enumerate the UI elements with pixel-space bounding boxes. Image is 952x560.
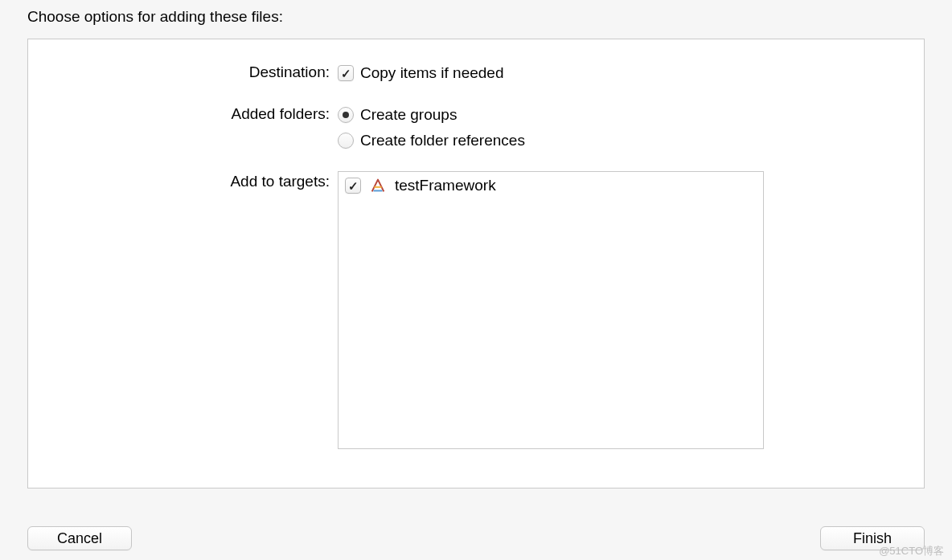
- app-icon: [369, 177, 387, 194]
- copy-items-label: Copy items if needed: [360, 64, 504, 82]
- added-folders-row: Added folders: Create groups Create fold…: [201, 104, 924, 155]
- dialog-button-row: Cancel Finish: [27, 526, 925, 550]
- dialog-heading: Choose options for adding these files:: [0, 0, 952, 34]
- added-folders-label: Added folders:: [201, 104, 338, 123]
- destination-row: Destination: Copy items if needed: [201, 62, 924, 88]
- create-folder-references-radio[interactable]: [338, 133, 354, 149]
- cancel-button[interactable]: Cancel: [27, 526, 132, 550]
- create-groups-label: Create groups: [360, 106, 457, 124]
- target-checkbox[interactable]: [345, 178, 361, 194]
- target-name: testFramework: [395, 177, 496, 194]
- destination-label: Destination:: [201, 62, 338, 81]
- add-to-targets-label: Add to targets:: [201, 171, 338, 190]
- watermark: @51CTO博客: [879, 544, 944, 558]
- add-to-targets-row: Add to targets: testFramework: [201, 171, 924, 449]
- options-panel: Destination: Copy items if needed Added …: [27, 39, 925, 488]
- targets-list[interactable]: testFramework: [338, 171, 764, 449]
- target-row[interactable]: testFramework: [339, 172, 763, 199]
- copy-items-checkbox[interactable]: [338, 65, 354, 81]
- create-folder-references-label: Create folder references: [360, 132, 525, 149]
- create-groups-radio[interactable]: [338, 107, 354, 123]
